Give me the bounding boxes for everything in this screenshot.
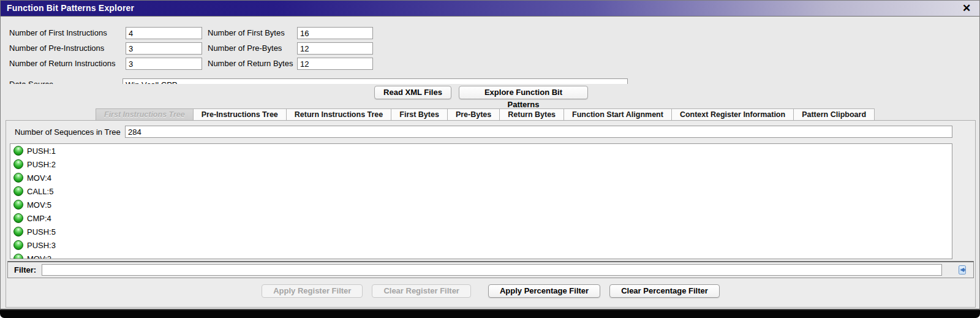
filter-input[interactable] bbox=[42, 264, 942, 276]
tree-item[interactable]: MOV:2 bbox=[10, 252, 952, 259]
filter-button-row: Apply Register Filter Clear Register Fil… bbox=[6, 284, 975, 299]
tab-pre-bytes[interactable]: Pre-Bytes bbox=[448, 109, 500, 121]
apply-percentage-filter-button[interactable]: Apply Percentage Filter bbox=[488, 284, 600, 298]
tree-item[interactable]: CMP:4 bbox=[10, 211, 952, 225]
tab-function-start-alignment[interactable]: Function Start Alignment bbox=[564, 109, 672, 121]
window-title: Function Bit Patterns Explorer bbox=[7, 3, 134, 13]
green-sphere-icon bbox=[13, 200, 23, 210]
green-sphere-icon bbox=[13, 240, 23, 250]
tab-return-instructions-tree[interactable]: Return Instructions Tree bbox=[287, 109, 391, 121]
tree-item-label: MOV:2 bbox=[27, 254, 51, 260]
return-instructions-label: Number of Return Instructions bbox=[9, 59, 115, 68]
read-xml-files-button[interactable]: Read XML Files bbox=[374, 86, 451, 99]
green-sphere-icon bbox=[13, 213, 23, 223]
green-sphere-icon bbox=[13, 254, 23, 259]
first-instructions-label: Number of First Instructions bbox=[9, 28, 107, 37]
tree-item[interactable]: MOV:4 bbox=[10, 171, 952, 184]
filter-options-icon[interactable] bbox=[957, 265, 967, 275]
pre-bytes-input[interactable] bbox=[297, 42, 373, 55]
green-sphere-icon bbox=[13, 146, 23, 156]
filter-bar: Filter: bbox=[7, 261, 974, 278]
tree-item-label: CMP:4 bbox=[27, 214, 51, 223]
tree-item[interactable]: PUSH:5 bbox=[10, 225, 952, 238]
tree-item-label: CALL:5 bbox=[27, 187, 53, 196]
first-bytes-input[interactable] bbox=[297, 27, 373, 39]
tree-item[interactable]: CALL:5 bbox=[10, 184, 952, 198]
tree-item[interactable]: PUSH:3 bbox=[10, 238, 952, 252]
pre-bytes-label: Number of Pre-Bytes bbox=[208, 44, 282, 53]
tab-pattern-clipboard[interactable]: Pattern Clipboard bbox=[794, 109, 875, 121]
first-instructions-input[interactable] bbox=[126, 27, 202, 39]
screen-bottom-strip bbox=[0, 310, 980, 318]
green-sphere-icon bbox=[13, 173, 23, 183]
sequences-count-input[interactable] bbox=[125, 126, 952, 138]
tree-item[interactable]: PUSH:2 bbox=[10, 157, 952, 171]
titlebar: Function Bit Patterns Explorer ✕ bbox=[1, 1, 979, 17]
pre-instructions-input[interactable] bbox=[126, 42, 202, 55]
return-bytes-input[interactable] bbox=[297, 58, 373, 70]
function-bit-patterns-explorer-window: Function Bit Patterns Explorer ✕ Number … bbox=[0, 0, 980, 310]
form-row-return: Number of Return Instructions Number of … bbox=[1, 58, 674, 70]
green-sphere-icon bbox=[13, 159, 23, 169]
data-source-row-clipped: Data Source bbox=[1, 78, 638, 84]
tree-item[interactable]: MOV:5 bbox=[10, 198, 952, 211]
first-bytes-label: Number of First Bytes bbox=[208, 28, 285, 37]
explore-function-bit-patterns-button[interactable]: Explore Function Bit Patterns bbox=[459, 86, 588, 99]
first-instructions-tree-panel: Number of Sequences in Tree PUSH:1 PUSH:… bbox=[6, 120, 976, 308]
instruction-tree-list: PUSH:1 PUSH:2 MOV:4 CALL:5 MOV:5 CMP:4 bbox=[10, 143, 952, 259]
apply-register-filter-button[interactable]: Apply Register Filter bbox=[262, 284, 363, 298]
tab-pre-instructions-tree[interactable]: Pre-Instructions Tree bbox=[194, 109, 287, 121]
green-sphere-icon bbox=[13, 227, 23, 237]
tree-item-label: MOV:5 bbox=[27, 200, 51, 210]
clear-register-filter-button[interactable]: Clear Register Filter bbox=[372, 284, 471, 298]
data-source-label: Data Source bbox=[9, 80, 53, 84]
tab-return-bytes[interactable]: Return Bytes bbox=[500, 109, 564, 121]
tabstrip: First Instructions Tree Pre-Instructions… bbox=[96, 108, 875, 120]
tab-context-register-information[interactable]: Context Register Information bbox=[672, 109, 794, 121]
tab-first-instructions-tree[interactable]: First Instructions Tree bbox=[96, 109, 194, 121]
form-row-first: Number of First Instructions Number of F… bbox=[1, 27, 674, 39]
tree-item[interactable]: PUSH:1 bbox=[10, 144, 952, 157]
return-bytes-label: Number of Return Bytes bbox=[208, 59, 293, 68]
close-icon[interactable]: ✕ bbox=[960, 2, 973, 15]
sequences-label: Number of Sequences in Tree bbox=[15, 127, 121, 137]
tree-item-label: PUSH:3 bbox=[27, 241, 56, 250]
filter-label: Filter: bbox=[14, 265, 36, 274]
tree-item-label: MOV:4 bbox=[27, 173, 51, 183]
tree-item-label: PUSH:2 bbox=[27, 160, 56, 169]
data-source-input[interactable] bbox=[123, 78, 628, 84]
tree-item-label: PUSH:1 bbox=[27, 146, 56, 156]
sequences-row: Number of Sequences in Tree bbox=[6, 126, 975, 138]
tree-item-label: PUSH:5 bbox=[27, 227, 56, 237]
pre-instructions-label: Number of Pre-Instructions bbox=[9, 44, 104, 53]
return-instructions-input[interactable] bbox=[126, 58, 202, 70]
green-sphere-icon bbox=[13, 186, 23, 196]
tab-first-bytes[interactable]: First Bytes bbox=[391, 109, 448, 121]
clear-percentage-filter-button[interactable]: Clear Percentage Filter bbox=[609, 284, 720, 298]
form-row-pre: Number of Pre-Instructions Number of Pre… bbox=[1, 42, 674, 55]
